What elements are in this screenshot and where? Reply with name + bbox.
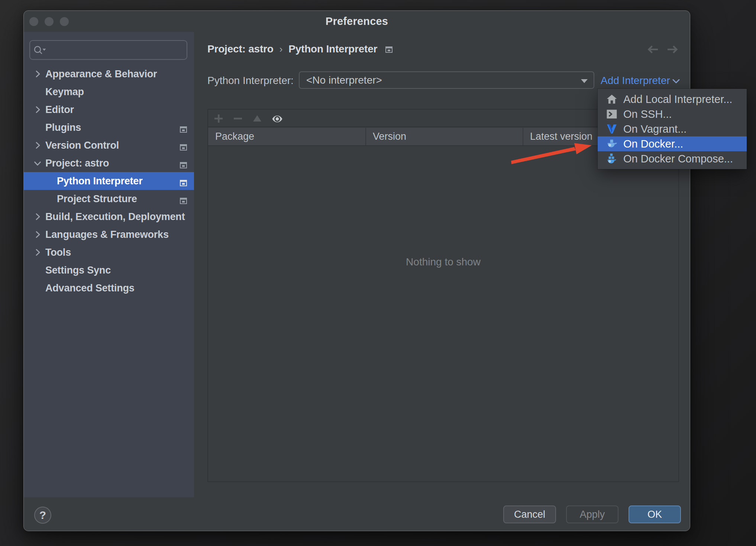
chevron-right-icon[interactable] — [33, 140, 42, 150]
dialog-footer: ? Cancel Apply OK — [24, 497, 690, 531]
history-navigation — [647, 45, 678, 54]
chevron-down-icon — [672, 79, 680, 84]
column-latest-version[interactable]: Latest version — [530, 128, 592, 145]
window-frame-icon — [180, 161, 187, 169]
sidebar-item-label: Project Structure — [57, 193, 137, 205]
ok-button[interactable]: OK — [629, 505, 681, 523]
chevron-right-icon[interactable] — [33, 248, 42, 257]
sidebar-item-label: Python Interpreter — [57, 175, 142, 187]
breadcrumb: Project: astro › Python Interpreter — [207, 42, 393, 56]
combobox-dropdown-icon — [581, 79, 588, 83]
breadcrumb-project[interactable]: Project: astro — [207, 43, 274, 55]
menu-item-add-local-interpreter[interactable]: Add Local Interpreter... — [598, 92, 747, 107]
empty-table-message: Nothing to show — [208, 256, 678, 268]
menu-item-label: Add Local Interpreter... — [623, 93, 732, 106]
chevron-right-icon[interactable] — [33, 69, 42, 79]
sidebar-item-settings-sync[interactable]: Settings Sync — [24, 261, 194, 279]
window-frame-icon — [385, 46, 393, 53]
cancel-button[interactable]: Cancel — [503, 505, 556, 523]
menu-item-on-docker-compose[interactable]: On Docker Compose... — [598, 151, 747, 166]
sidebar-item-project-structure[interactable]: Project Structure — [24, 190, 194, 208]
column-version[interactable]: Version — [373, 128, 406, 145]
column-separator — [365, 128, 366, 145]
menu-item-label: On Docker Compose... — [623, 153, 733, 165]
sidebar-item-label: Advanced Settings — [45, 282, 135, 294]
ssh-terminal-icon — [606, 109, 617, 120]
sidebar-item-tools[interactable]: Tools — [24, 243, 194, 261]
window-frame-icon — [180, 143, 187, 151]
docker-icon — [606, 138, 617, 149]
upgrade-package-icon[interactable] — [252, 114, 262, 123]
package-table-body: Nothing to show — [208, 146, 678, 482]
sidebar-item-label: Editor — [45, 104, 74, 116]
back-arrow-icon[interactable] — [649, 46, 658, 53]
vagrant-icon — [606, 123, 617, 135]
sidebar-item-keymap[interactable]: Keymap — [24, 83, 194, 101]
window-frame-icon — [180, 197, 187, 204]
chevron-down-icon[interactable] — [33, 158, 42, 168]
help-icon: ? — [39, 509, 46, 521]
preferences-window: Preferences Appearance & BehaviorKeymap … — [23, 10, 690, 531]
menu-item-on-vagrant[interactable]: On Vagrant... — [598, 122, 747, 136]
home-icon — [606, 94, 617, 105]
help-button[interactable]: ? — [34, 507, 51, 524]
sidebar-item-editor[interactable]: Editor — [24, 101, 194, 119]
add-interpreter-label: Add Interpreter — [601, 75, 670, 87]
sidebar-item-version-control[interactable]: Version Control — [24, 136, 194, 154]
titlebar: Preferences — [24, 11, 690, 32]
sidebar-item-label: Version Control — [45, 140, 119, 151]
window-title: Preferences — [24, 11, 690, 32]
show-early-releases-icon[interactable] — [272, 115, 283, 123]
column-package[interactable]: Package — [215, 128, 254, 145]
menu-item-label: On Docker... — [623, 138, 683, 150]
remove-package-icon[interactable] — [233, 114, 243, 123]
sidebar-item-plugins[interactable]: Plugins — [24, 119, 194, 136]
sidebar-item-label: Languages & Frameworks — [45, 229, 169, 240]
sidebar-item-label: Project: astro — [45, 158, 109, 169]
sidebar-item-languages-frameworks[interactable]: Languages & Frameworks — [24, 226, 194, 243]
settings-search-input[interactable] — [29, 40, 187, 60]
column-separator — [523, 128, 523, 145]
sidebar-item-label: Tools — [45, 247, 71, 258]
sidebar-item-label: Build, Execution, Deployment — [45, 211, 185, 223]
docker-compose-icon — [606, 153, 617, 164]
sidebar-item-build-execution-deployment[interactable]: Build, Execution, Deployment — [24, 208, 194, 226]
menu-item-label: On SSH... — [623, 108, 672, 120]
add-package-icon[interactable] — [214, 114, 223, 123]
search-icon — [34, 44, 49, 56]
interpreter-combobox-value: <No interpreter> — [306, 74, 382, 86]
sidebar-item-label: Settings Sync — [45, 265, 111, 276]
sidebar-item-python-interpreter[interactable]: Python Interpreter — [24, 172, 194, 190]
sidebar-item-project-astro[interactable]: Project: astro — [24, 154, 194, 172]
window-frame-icon — [180, 179, 187, 187]
interpreter-combobox[interactable]: <No interpreter> — [299, 71, 594, 89]
window-frame-icon — [385, 44, 393, 56]
window-frame-icon — [180, 126, 187, 133]
menu-item-on-docker[interactable]: On Docker... — [598, 136, 747, 151]
apply-button[interactable]: Apply — [566, 505, 618, 523]
sidebar-item-label: Appearance & Behavior — [45, 68, 157, 80]
sidebar-item-appearance-behavior[interactable]: Appearance & Behavior — [24, 65, 194, 83]
add-interpreter-menu: Add Local Interpreter... On SSH... On Va… — [598, 89, 747, 169]
add-interpreter-link[interactable]: Add Interpreter — [601, 74, 680, 87]
breadcrumb-page[interactable]: Python Interpreter — [288, 43, 377, 55]
chevron-right-icon[interactable] — [33, 212, 42, 222]
menu-item-on-ssh[interactable]: On SSH... — [598, 107, 747, 122]
chevron-right-icon[interactable] — [33, 105, 42, 114]
sidebar-item-label: Plugins — [45, 122, 81, 133]
chevron-right-icon[interactable] — [33, 230, 42, 239]
forward-arrow-icon[interactable] — [668, 46, 677, 53]
sidebar-item-label: Keymap — [45, 86, 84, 98]
breadcrumb-separator-icon: › — [279, 43, 283, 55]
sidebar-item-advanced-settings[interactable]: Advanced Settings — [24, 279, 194, 297]
menu-item-label: On Vagrant... — [623, 123, 686, 135]
interpreter-label: Python Interpreter: — [207, 74, 294, 87]
settings-sidebar: Appearance & BehaviorKeymap EditorPlugin… — [24, 32, 194, 497]
